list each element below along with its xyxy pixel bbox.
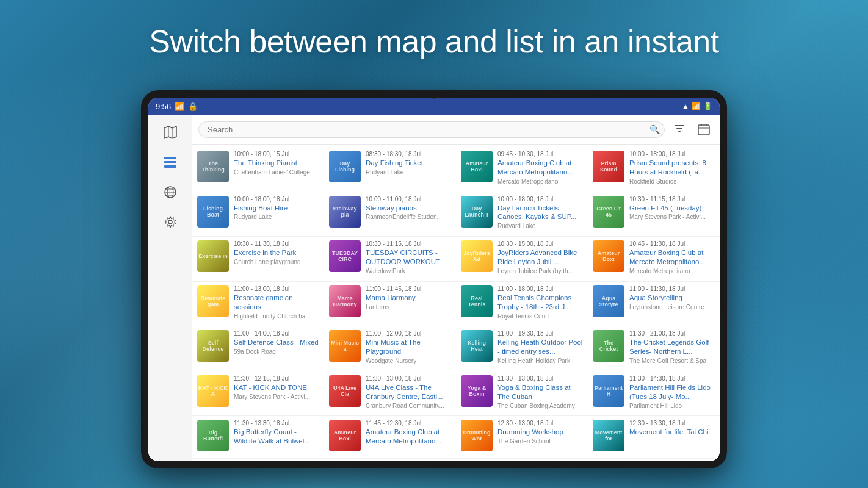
event-time: 10:00 - 18:00, 18 Jul xyxy=(629,151,715,157)
online-globe-icon xyxy=(164,185,177,201)
event-card[interactable]: Parliament H11:30 - 14:30, 18 JulParliam… xyxy=(588,371,720,417)
event-card[interactable]: TUESDAY CIRC10:30 - 11:15, 18 JulTUESDAY… xyxy=(324,237,456,282)
event-thumbnail: Mama Harmony xyxy=(329,285,361,317)
event-thumbnail: The Thinking xyxy=(197,151,229,182)
event-card[interactable]: KAT - KICK A11:30 - 12:15, 18 JulKAT - K… xyxy=(192,371,324,417)
event-card[interactable]: The Cricket 11:30 - 21:00, 18 JulThe Cri… xyxy=(588,326,720,371)
event-card[interactable]: Movement for12:30 - 13:30, 18 JulMovemen… xyxy=(588,416,720,459)
event-venue: The Mere Golf Resort & Spa xyxy=(629,357,715,364)
event-title: TUESDAY CIRCUITS - OUTDOOR WORKOUT xyxy=(366,248,451,267)
event-venue: The Cuban Boxing Academy xyxy=(497,403,583,409)
event-info: 10:00 - 18:00, 18 JulFishing Boat HireRu… xyxy=(234,196,319,221)
svg-rect-4 xyxy=(164,161,176,163)
event-title: Kelling Heath Outdoor Pool - timed entry… xyxy=(497,338,583,356)
event-venue: The Garden School xyxy=(497,438,583,445)
event-card[interactable]: Aqua Storyte11:00 - 11:30, 18 JulAqua St… xyxy=(588,282,720,327)
lock-icon: 🔒 xyxy=(188,102,198,111)
event-title: Day Launch Tickets - Canoes, Kayaks & SU… xyxy=(497,204,583,222)
sidebar-item-local[interactable] xyxy=(148,149,192,179)
event-info: 10:00 - 18:00, 18 JulPrism Sound present… xyxy=(629,151,715,185)
event-thumbnail: Kelling Heat xyxy=(461,330,493,362)
event-title: The Thinking Pianist xyxy=(234,159,319,168)
event-title: Day Fishing Ticket xyxy=(366,159,451,168)
status-left: 9:56 📶 🔒 xyxy=(156,102,198,111)
event-info: 10:30 - 11:15, 18 JulGreen Fit 45 (Tuesd… xyxy=(629,196,715,221)
event-time: 11:30 - 21:00, 18 Jul xyxy=(629,330,715,337)
search-input[interactable] xyxy=(198,121,665,138)
event-card[interactable]: Mini Music a11:00 - 12:00, 18 JulMini Mu… xyxy=(324,326,456,371)
event-thumbnail: The Cricket xyxy=(593,330,624,362)
event-thumbnail: TUESDAY CIRC xyxy=(329,240,361,272)
event-card[interactable]: JoyRiders Ad10:30 - 15:00, 18 JulJoyRide… xyxy=(456,237,588,282)
event-venue: Leytonstone Leisure Centre xyxy=(629,304,715,310)
event-info: 09:45 - 10:30, 18 JulAmateur Boxing Club… xyxy=(497,151,583,185)
event-card[interactable]: Resonate gam11:00 - 13:00, 18 JulResonat… xyxy=(192,282,324,327)
event-card[interactable]: Mama Harmony11:00 - 11:45, 18 JulMama Ha… xyxy=(324,282,456,327)
event-thumbnail: Steinway pia xyxy=(329,196,361,228)
event-card[interactable]: Day Launch T10:00 - 18:00, 18 JulDay Lau… xyxy=(456,192,588,237)
event-card[interactable]: Steinway pia10:00 - 11:00, 18 JulSteinwa… xyxy=(324,192,456,237)
event-time: 10:00 - 18:00, 15 Jul xyxy=(234,151,319,157)
event-thumbnail: Real Tennis xyxy=(461,285,493,317)
battery-icon: 🔋 xyxy=(703,102,712,110)
svg-rect-14 xyxy=(678,131,681,132)
event-title: Amateur Boxing Club at Mercato Metropoli… xyxy=(497,159,583,177)
event-venue: Mary Stevens Park - Activi... xyxy=(234,393,319,400)
event-card[interactable]: Real Tennis 11:00 - 18:00, 18 JulReal Te… xyxy=(456,282,588,327)
calendar-button[interactable] xyxy=(694,120,714,139)
event-title: Yoga & Boxing Class at The Cuban xyxy=(497,383,583,401)
svg-rect-12 xyxy=(675,125,684,126)
event-venue: 59a Dock Road xyxy=(234,348,319,355)
event-info: 11:00 - 19:30, 18 JulKelling Heath Outdo… xyxy=(497,330,583,364)
map-icon xyxy=(164,126,177,141)
event-thumbnail: Exercise in xyxy=(197,240,229,272)
event-thumbnail: Prism Sound xyxy=(593,151,624,182)
event-thumbnail: KAT - KICK A xyxy=(197,375,229,407)
event-card[interactable]: Exercise in 10:30 - 11:30, 18 JulExercis… xyxy=(192,237,324,282)
event-venue: Mary Stevens Park - Activi... xyxy=(629,214,715,220)
svg-rect-13 xyxy=(676,128,682,129)
event-card[interactable]: Amateur Boxi09:45 - 10:30, 18 JulAmateur… xyxy=(456,147,588,192)
event-info: 11:30 - 21:00, 18 JulThe Cricket Legends… xyxy=(629,330,715,364)
event-title: U4A Live Class - The Cranbury Centre, Ea… xyxy=(366,383,451,401)
event-card[interactable]: Drumming Wor12:30 - 13:00, 18 JulDrummin… xyxy=(456,416,588,459)
headline: Switch between map and list in an instan… xyxy=(0,23,868,60)
event-title: Mini Music at The Playground xyxy=(366,338,451,356)
svg-rect-3 xyxy=(164,157,176,159)
event-thumbnail: Day Launch T xyxy=(461,196,493,228)
app-content: 🔍 xyxy=(148,115,720,461)
event-card[interactable]: Big Butterfl11:30 - 13:30, 18 JulBig But… xyxy=(192,416,324,459)
sidebar-item-settings[interactable] xyxy=(148,209,192,239)
event-info: 08:30 - 18:30, 18 JulDay Fishing TicketR… xyxy=(366,151,451,176)
filter-button[interactable] xyxy=(670,120,689,139)
event-card[interactable]: U4A Live Cla11:30 - 13:00, 18 JulU4A Liv… xyxy=(324,371,456,417)
events-grid: The Thinking10:00 - 18:00, 15 JulThe Thi… xyxy=(192,145,720,461)
event-card[interactable]: Amateur Boxi11:45 - 12:30, 18 JulAmateur… xyxy=(324,416,456,459)
event-time: 11:45 - 12:30, 18 Jul xyxy=(366,420,451,426)
event-title: Prism Sound presents: 8 Hours at Rockfie… xyxy=(629,159,715,177)
event-thumbnail: Resonate gam xyxy=(197,285,229,317)
search-magnifier-icon[interactable]: 🔍 xyxy=(649,124,660,134)
event-card[interactable]: The Thinking10:00 - 18:00, 15 JulThe Thi… xyxy=(192,147,324,192)
event-venue: Royal Tennis Court xyxy=(497,313,583,320)
sidebar-item-map[interactable] xyxy=(148,120,192,149)
event-thumbnail: Mini Music a xyxy=(329,330,361,362)
event-card[interactable]: Prism Sound 10:00 - 18:00, 18 JulPrism S… xyxy=(588,147,720,192)
event-title: KAT - KICK AND TONE xyxy=(234,383,319,392)
event-card[interactable]: Amateur Boxi10:45 - 11:30, 18 JulAmateur… xyxy=(588,237,720,282)
event-title: Self Defence Class - Mixed xyxy=(234,338,319,347)
event-thumbnail: Green Fit 45 xyxy=(593,196,624,228)
event-time: 10:00 - 18:00, 18 Jul xyxy=(234,196,319,203)
event-time: 11:00 - 19:30, 18 Jul xyxy=(497,330,583,337)
event-card[interactable]: Kelling Heat11:00 - 19:30, 18 JulKelling… xyxy=(456,326,588,371)
event-card[interactable]: Green Fit 4510:30 - 11:15, 18 JulGreen F… xyxy=(588,192,720,237)
event-card[interactable]: Day Fishing 08:30 - 18:30, 18 JulDay Fis… xyxy=(324,147,456,192)
event-card[interactable]: Fishing Boat10:00 - 18:00, 18 JulFishing… xyxy=(192,192,324,237)
event-info: 10:30 - 11:15, 18 JulTUESDAY CIRCUITS - … xyxy=(366,240,451,274)
event-venue: Rudyard Lake xyxy=(366,169,451,176)
event-venue: Mercato Metropolitano xyxy=(629,268,715,274)
event-info: 11:30 - 13:00, 18 JulYoga & Boxing Class… xyxy=(497,375,583,409)
event-card[interactable]: Self Defence11:00 - 14:00, 18 JulSelf De… xyxy=(192,326,324,371)
event-card[interactable]: Yoga & Boxin11:30 - 13:00, 18 JulYoga & … xyxy=(456,371,588,417)
sidebar-item-online[interactable] xyxy=(148,179,192,209)
